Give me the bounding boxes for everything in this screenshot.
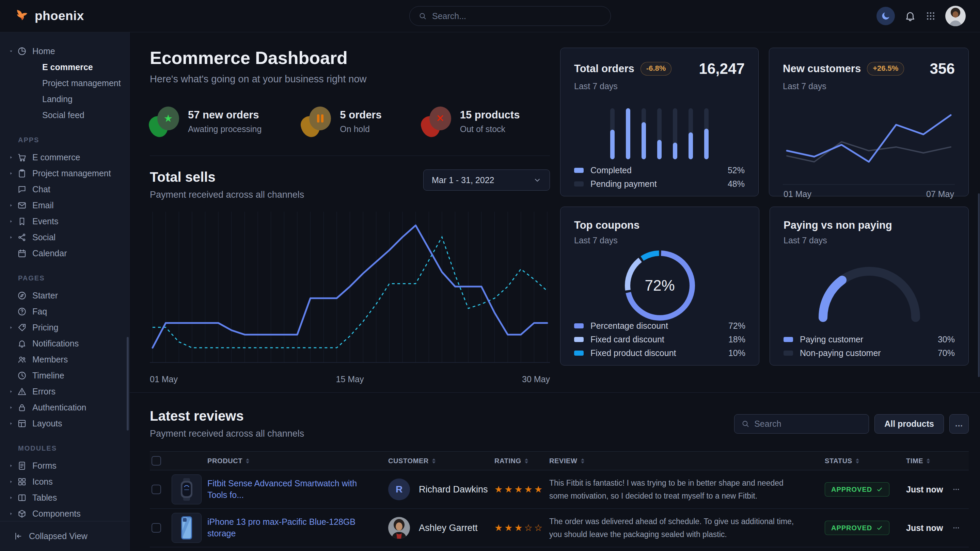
sidebar-subitem-landing[interactable]: Landing — [0, 91, 129, 107]
legend-label: Paying customer — [800, 335, 863, 345]
brand-logo[interactable]: phoenix — [14, 8, 84, 24]
clipboard-icon — [18, 169, 32, 178]
sidebar-item-label: E commerce — [32, 152, 80, 162]
sidebar-item-calendar[interactable]: Calendar — [0, 245, 129, 261]
product-link[interactable]: iPhone 13 pro max-Pacific Blue-128GB sto… — [207, 516, 388, 540]
date-range-select[interactable]: Mar 1 - 31, 2022 — [423, 170, 550, 191]
legend-item-fixed-card-discount: Fixed card discount18% — [574, 332, 745, 346]
sidebar-item-faq[interactable]: Faq — [0, 303, 129, 319]
caret-right-icon — [8, 171, 18, 176]
latest-reviews-section: Latest reviews Payment received across a… — [150, 408, 969, 551]
tag-icon — [18, 323, 32, 332]
sidebar-item-forms[interactable]: Forms — [0, 458, 129, 474]
sidebar-item-social[interactable]: Social — [0, 229, 129, 245]
theme-toggle-moon-icon[interactable] — [877, 7, 895, 25]
sidebar-item-label: Forms — [32, 461, 57, 471]
stat-title: 15 products — [460, 109, 520, 121]
orders-bar-chart — [574, 108, 745, 159]
sidebar-item-tables[interactable]: Tables — [0, 490, 129, 506]
collapse-icon — [14, 532, 23, 541]
sidebar-item-pricing[interactable]: Pricing — [0, 319, 129, 335]
legend-chip — [574, 323, 584, 329]
sidebar-item-notifications[interactable]: Notifications — [0, 335, 129, 352]
pause-icon — [317, 114, 323, 122]
product-link[interactable]: Fitbit Sense Advanced Smartwatch with To… — [207, 478, 388, 501]
clock-icon — [18, 371, 32, 380]
caret-right-icon — [8, 235, 18, 240]
card-period: Last 7 days — [784, 235, 955, 245]
table-row: iPhone 13 pro max-Pacific Blue-128GB sto… — [150, 509, 969, 547]
sidebar-subitem-e-commerce[interactable]: E commerce — [0, 59, 129, 75]
checkbox[interactable] — [151, 523, 161, 533]
caret-spacer — [8, 341, 18, 346]
legend-value: 18% — [729, 335, 745, 345]
sidebar-subitem-project-management[interactable]: Project management — [0, 75, 129, 91]
check-icon — [876, 486, 883, 493]
legend-value: 10% — [729, 348, 745, 358]
sidebar-item-home[interactable]: Home — [0, 43, 129, 59]
sidebar-item-events[interactable]: Events — [0, 213, 129, 229]
columns-icon — [18, 493, 32, 502]
global-search-input[interactable] — [432, 11, 602, 21]
caret-right-icon — [8, 389, 18, 394]
sidebar-item-project-management[interactable]: Project management — [0, 165, 129, 181]
legend-label: Fixed product discount — [590, 348, 676, 358]
reviews-subtitle: Payment received across all channels — [150, 429, 304, 439]
column-header-review[interactable]: REVIEW — [549, 457, 825, 465]
coupons-donut-chart: 72% — [574, 248, 745, 324]
sidebar-item-label: Components — [32, 509, 81, 519]
column-header-time[interactable]: TIME — [906, 457, 952, 465]
sidebar-item-chat[interactable]: Chat — [0, 181, 129, 197]
sidebar-item-icons[interactable]: Icons — [0, 474, 129, 490]
notifications-bell-icon[interactable] — [904, 10, 916, 22]
sidebar-scrollbar[interactable] — [127, 337, 129, 430]
card-title: New customers — [783, 63, 861, 75]
sidebar-subitem-social-feed[interactable]: Social feed — [0, 107, 129, 123]
question-icon — [18, 307, 32, 316]
caret-spacer — [8, 251, 18, 256]
column-header-product[interactable]: PRODUCT — [207, 457, 388, 465]
sidebar-item-errors[interactable]: Errors — [0, 384, 129, 400]
caret-right-icon — [8, 325, 18, 330]
main-content: Ecommerce Dashboard Here's what's going … — [130, 32, 980, 551]
sidebar-item-label: Email — [32, 200, 54, 210]
check-icon — [876, 524, 883, 531]
stat-subtitle: Awating processing — [188, 124, 261, 134]
page-scrollbar[interactable] — [978, 193, 980, 377]
row-checkbox-cell — [150, 523, 172, 533]
checkbox[interactable] — [151, 456, 161, 465]
row-actions-dots[interactable] — [952, 524, 969, 532]
user-avatar[interactable] — [945, 6, 966, 26]
sidebar-item-authentication[interactable]: Authentication — [0, 400, 129, 416]
reviews-search-input[interactable] — [754, 419, 864, 429]
sidebar-item-members[interactable]: Members — [0, 352, 129, 368]
checkbox[interactable] — [151, 484, 161, 494]
stat-text: 5 ordersOn hold — [340, 109, 381, 134]
apps-grid-icon[interactable] — [926, 11, 936, 21]
select-all-checkbox[interactable] — [150, 456, 172, 465]
sidebar-item-components[interactable]: Components — [0, 506, 129, 521]
column-header-customer[interactable]: CUSTOMER — [388, 457, 495, 465]
sidebar-item-starter[interactable]: Starter — [0, 287, 129, 303]
more-options-button[interactable]: ... — [949, 414, 969, 433]
row-actions-dots[interactable] — [952, 485, 969, 494]
legend-label: Percentage discount — [590, 321, 668, 331]
sidebar-item-email[interactable]: Email — [0, 197, 129, 213]
file-icon — [18, 461, 32, 470]
all-products-button[interactable]: All products — [875, 414, 944, 433]
column-header-rating[interactable]: RATING — [495, 457, 549, 465]
star-status-icon: ★ — [150, 106, 180, 137]
sidebar-item-e-commerce[interactable]: E commerce — [0, 149, 129, 165]
card-top-coupons: Top coupons Last 7 days 72% Percentage d… — [560, 206, 759, 365]
sidebar-item-timeline[interactable]: Timeline — [0, 368, 129, 384]
column-header-status[interactable]: STATUS — [825, 457, 906, 465]
caret-spacer — [8, 357, 18, 362]
customer-cell — [388, 549, 495, 551]
users-icon — [18, 355, 32, 364]
caret-spacer — [8, 293, 18, 299]
bar-fill — [689, 132, 693, 160]
sidebar-item-layouts[interactable]: Layouts — [0, 416, 129, 432]
stat-on-hold: 5 ordersOn hold — [302, 106, 381, 137]
coupons-legend: Percentage discount72%Fixed card discoun… — [574, 319, 745, 360]
collapse-view-button[interactable]: Collapsed View — [0, 521, 129, 551]
